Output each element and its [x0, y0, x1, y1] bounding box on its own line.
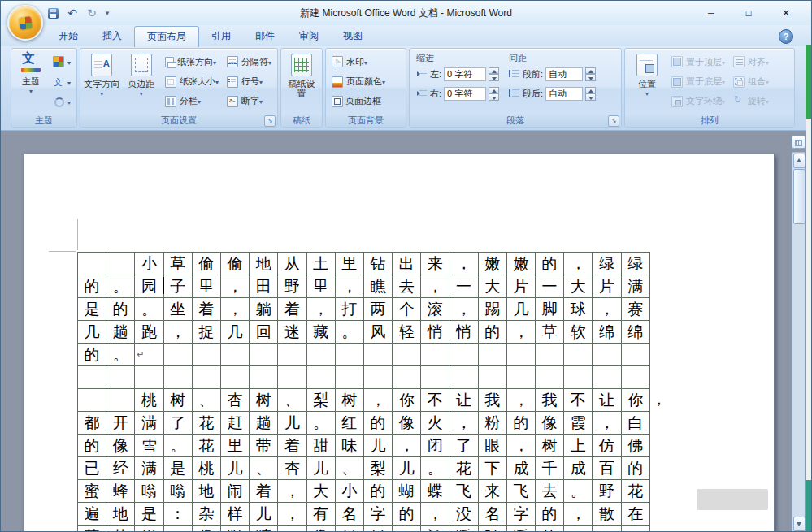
help-button[interactable]: ?: [779, 29, 793, 44]
theme-colors-button[interactable]: [50, 54, 73, 70]
scroll-up-button[interactable]: [793, 154, 805, 168]
spinner-up-button[interactable]: [489, 67, 499, 75]
spinner-up-button[interactable]: [489, 87, 499, 94]
spacing-after-field[interactable]: [545, 87, 583, 101]
hyphenation-button[interactable]: 断字: [224, 93, 274, 110]
scrollbar-track[interactable]: [792, 152, 805, 532]
page-color-icon: [332, 76, 343, 88]
tab-home[interactable]: 开始: [46, 26, 90, 46]
tab-mailings[interactable]: 邮件: [243, 26, 287, 46]
redo-button[interactable]: ↻: [84, 5, 100, 21]
spacing-before-field[interactable]: [545, 67, 583, 81]
grid-cell: 睛: [250, 526, 278, 532]
grid-cell: 着: [278, 298, 306, 321]
grid-cell: [307, 344, 336, 366]
spinner-down-button[interactable]: [585, 93, 596, 101]
theme-fonts-button[interactable]: [50, 74, 73, 90]
page-setup-dialog-launcher[interactable]: ↘: [264, 115, 276, 127]
rotate-button[interactable]: 旋转: [731, 93, 771, 110]
text-direction-button[interactable]: 文字方向: [83, 50, 120, 113]
grid-cell: 的: [479, 321, 507, 344]
grid-cell: 野: [593, 480, 621, 503]
grid-cell: [593, 366, 621, 389]
grid-cell: 捉: [193, 321, 221, 344]
indent-right-field[interactable]: [444, 87, 486, 101]
theme-effects-button[interactable]: [50, 93, 73, 110]
grid-cell: 着: [250, 480, 278, 503]
spinner-down-button[interactable]: [585, 74, 596, 81]
grid-cell: 个: [393, 298, 421, 321]
send-to-back-button[interactable]: 置于底层: [669, 74, 727, 90]
grid-cell: 一: [536, 275, 564, 298]
scrollbar-thumb[interactable]: [793, 169, 805, 224]
page-borders-button[interactable]: 页面边框: [329, 93, 402, 110]
manuscript-group-label: 稿纸: [281, 115, 322, 127]
tab-insert[interactable]: 插入: [90, 26, 134, 46]
page-borders-icon: [332, 96, 343, 107]
grid-cell: 百: [593, 457, 621, 480]
indent-left-field[interactable]: [444, 67, 486, 81]
grid-cell: 不: [564, 389, 593, 412]
grid-cell: [507, 344, 536, 366]
columns-button[interactable]: 分栏: [163, 93, 221, 110]
tab-review[interactable]: 审阅: [287, 26, 331, 46]
title-bar: ↶ ↻ ▾ 新建 Microsoft Office Word 文档 - Micr…: [1, 1, 811, 26]
paragraph-group-label: 段落 ↘: [410, 115, 621, 127]
undo-button[interactable]: ↶: [64, 5, 80, 21]
grid-cell: [421, 344, 449, 366]
paper-size-button[interactable]: 纸张大小: [163, 74, 221, 90]
text-cursor: [163, 277, 164, 294]
spinner-down-button[interactable]: [489, 74, 499, 81]
group-button[interactable]: 组合: [731, 74, 771, 90]
breaks-button[interactable]: 分隔符: [224, 54, 274, 70]
tab-page-layout[interactable]: 页面布局: [134, 26, 199, 47]
document-page[interactable]: 小草偷偷地从土里钻出来，嫩嫩的，绿绿的。园子里，田野里，瞧去，一大片一大片满是的…: [24, 154, 775, 532]
redo-icon: ↻: [87, 6, 97, 19]
paragraph-dialog-launcher[interactable]: ↘: [608, 115, 619, 127]
page-setup-group-label: 页面设置 ↘: [80, 115, 277, 127]
grid-cell: 名: [336, 503, 364, 526]
spinner-down-button[interactable]: [489, 93, 499, 101]
tab-references[interactable]: 引用: [199, 26, 243, 46]
close-button[interactable]: ✕: [767, 1, 805, 25]
spinner-up-button[interactable]: [585, 67, 596, 75]
qat-customize-button[interactable]: ▾: [103, 5, 111, 21]
text-wrapping-button[interactable]: 文字环绕: [669, 93, 727, 110]
orientation-button[interactable]: 纸张方向: [163, 54, 221, 70]
tab-view[interactable]: 视图: [331, 26, 375, 46]
ruler-toggle-button[interactable]: [792, 136, 805, 149]
grid-cell: [393, 366, 421, 389]
scroll-down-button[interactable]: [793, 517, 805, 531]
themes-button[interactable]: 主题: [14, 50, 48, 113]
position-button[interactable]: 位置: [627, 50, 667, 113]
grid-cell: 让: [449, 389, 478, 412]
align-button[interactable]: 对齐: [731, 54, 771, 70]
spinner-up-button[interactable]: [585, 87, 596, 94]
margins-button[interactable]: 页边距: [122, 50, 159, 113]
grid-cell: 绿: [593, 253, 621, 275]
grid-cell: 悄: [449, 321, 478, 344]
desktop-sliver: [806, 119, 811, 480]
grid-cell: 、: [193, 389, 221, 412]
grid-cell: 悄: [421, 321, 449, 344]
grid-cell: 踢: [479, 298, 507, 321]
manuscript-settings-button[interactable]: 稿纸设置: [284, 50, 319, 113]
grid-cell: ，: [507, 435, 536, 457]
grid-cell: 子: [164, 275, 193, 298]
minimize-button[interactable]: ─: [693, 1, 730, 25]
line-numbers-button[interactable]: 行号: [224, 74, 274, 90]
grid-cell: 梨: [364, 457, 393, 480]
page-color-button[interactable]: 页面颜色: [329, 74, 402, 90]
themes-icon: [20, 53, 42, 74]
bring-to-front-button[interactable]: 置于顶层: [669, 54, 727, 70]
maximize-button[interactable]: □: [730, 1, 767, 25]
office-button[interactable]: [7, 5, 43, 41]
save-button[interactable]: [45, 5, 61, 21]
desktop-sliver: [806, 480, 811, 532]
vertical-scrollbar[interactable]: [792, 136, 805, 532]
grid-cell: 眼: [221, 526, 250, 532]
grid-cell: 。: [307, 412, 336, 435]
grid-cell: 大: [479, 275, 507, 298]
grid-cell: 字: [507, 503, 536, 526]
watermark-button[interactable]: 水印: [329, 54, 402, 70]
